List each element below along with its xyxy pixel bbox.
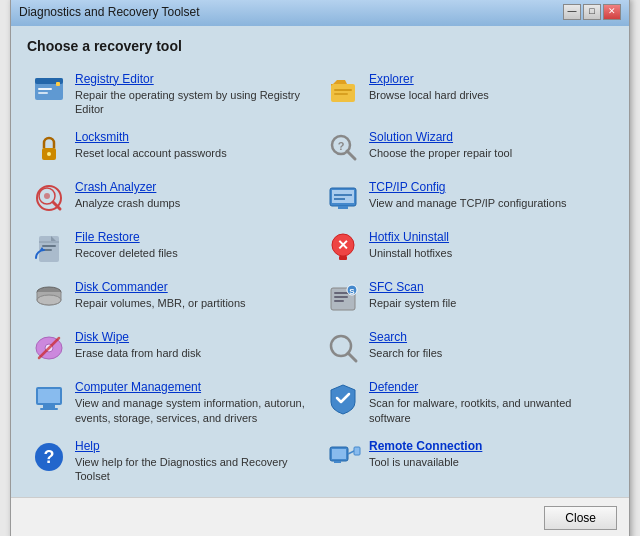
tool-name-computer-management[interactable]: Computer Management	[75, 380, 315, 394]
tool-desc-solution-wizard: Choose the proper repair tool	[369, 146, 512, 160]
tool-name-crash-analyzer[interactable]: Crash Analyzer	[75, 180, 180, 194]
window-close-button[interactable]: ✕	[603, 4, 621, 20]
svg-point-16	[44, 193, 50, 199]
maximize-button[interactable]: □	[583, 4, 601, 20]
tool-name-help[interactable]: Help	[75, 439, 315, 453]
tool-item-disk-commander[interactable]: Disk Commander Repair volumes, MBR, or p…	[27, 274, 319, 322]
svg-rect-48	[332, 449, 346, 459]
svg-rect-49	[334, 461, 341, 463]
main-window: Diagnostics and Recovery Toolset — □ ✕ C…	[10, 0, 630, 536]
tool-item-remote-connection[interactable]: Remote Connection Tool is unavailable	[321, 433, 613, 490]
tool-item-tcp-ip-config[interactable]: TCP/IP Config View and manage TCP/IP con…	[321, 174, 613, 222]
window-title: Diagnostics and Recovery Toolset	[19, 5, 200, 19]
tool-desc-registry-editor: Repair the operating system by using Reg…	[75, 88, 315, 117]
tool-desc-tcp-ip-config: View and manage TCP/IP configurations	[369, 196, 567, 210]
tool-item-locksmith[interactable]: Locksmith Reset local account passwords	[27, 124, 319, 172]
tool-desc-computer-management: View and manage system information, auto…	[75, 396, 315, 425]
crash-analyzer-icon	[31, 180, 67, 216]
svg-text:?: ?	[338, 140, 345, 152]
tool-item-solution-wizard[interactable]: ? Solution Wizard Choose the proper repa…	[321, 124, 613, 172]
tool-name-explorer[interactable]: Explorer	[369, 72, 489, 86]
svg-rect-42	[38, 389, 60, 403]
hotfix-uninstall-icon: ✕	[325, 230, 361, 266]
tool-desc-disk-wipe: Erase data from hard disk	[75, 346, 201, 360]
tool-desc-hotfix-uninstall: Uninstall hotfixes	[369, 246, 452, 260]
tool-name-registry-editor[interactable]: Registry Editor	[75, 72, 315, 86]
tool-desc-remote-connection: Tool is unavailable	[369, 455, 482, 469]
tool-item-sfc-scan[interactable]: S SFC Scan Repair system file	[321, 274, 613, 322]
tools-grid: Registry Editor Repair the operating sys…	[27, 66, 613, 490]
tool-desc-crash-analyzer: Analyze crash dumps	[75, 196, 180, 210]
svg-rect-19	[338, 206, 348, 209]
svg-rect-3	[38, 92, 48, 94]
svg-line-40	[348, 353, 356, 361]
page-title: Choose a recovery tool	[27, 38, 613, 54]
svg-rect-32	[334, 296, 348, 298]
svg-rect-43	[43, 405, 55, 408]
svg-rect-27	[339, 256, 347, 260]
title-bar: Diagnostics and Recovery Toolset — □ ✕	[11, 0, 629, 26]
file-restore-icon	[31, 230, 67, 266]
svg-line-11	[347, 151, 355, 159]
sfc-scan-icon: S	[325, 280, 361, 316]
tool-desc-locksmith: Reset local account passwords	[75, 146, 227, 160]
tool-name-remote-connection[interactable]: Remote Connection	[369, 439, 482, 453]
tool-name-tcp-ip-config[interactable]: TCP/IP Config	[369, 180, 567, 194]
tool-desc-defender: Scan for malware, rootkits, and unwanted…	[369, 396, 609, 425]
solution-wizard-icon: ?	[325, 130, 361, 166]
svg-text:S: S	[349, 287, 355, 296]
disk-wipe-icon	[31, 330, 67, 366]
tool-name-locksmith[interactable]: Locksmith	[75, 130, 227, 144]
tool-name-disk-commander[interactable]: Disk Commander	[75, 280, 246, 294]
tool-item-defender[interactable]: Defender Scan for malware, rootkits, and…	[321, 374, 613, 431]
svg-rect-4	[56, 82, 60, 86]
tool-name-disk-wipe[interactable]: Disk Wipe	[75, 330, 201, 344]
svg-point-29	[37, 295, 61, 305]
svg-rect-23	[42, 245, 56, 247]
tool-item-crash-analyzer[interactable]: Crash Analyzer Analyze crash dumps	[27, 174, 319, 222]
tool-name-sfc-scan[interactable]: SFC Scan	[369, 280, 456, 294]
help-icon: ?	[31, 439, 67, 475]
tool-item-explorer[interactable]: Explorer Browse local hard drives	[321, 66, 613, 123]
svg-rect-7	[334, 93, 348, 95]
svg-rect-18	[332, 190, 354, 203]
tool-name-search[interactable]: Search	[369, 330, 442, 344]
registry-editor-icon	[31, 72, 67, 108]
tool-name-defender[interactable]: Defender	[369, 380, 609, 394]
tool-name-file-restore[interactable]: File Restore	[75, 230, 178, 244]
content-area: Choose a recovery tool Registry Editor R…	[11, 26, 629, 498]
tool-item-disk-wipe[interactable]: Disk Wipe Erase data from hard disk	[27, 324, 319, 372]
tool-item-help[interactable]: ? Help View help for the Diagnostics and…	[27, 433, 319, 490]
svg-rect-2	[38, 88, 52, 90]
svg-rect-44	[40, 408, 58, 410]
tool-desc-explorer: Browse local hard drives	[369, 88, 489, 102]
close-button[interactable]: Close	[544, 506, 617, 530]
tool-item-search[interactable]: Search Search for files	[321, 324, 613, 372]
tool-desc-disk-commander: Repair volumes, MBR, or partitions	[75, 296, 246, 310]
tool-desc-sfc-scan: Repair system file	[369, 296, 456, 310]
svg-point-9	[47, 152, 51, 156]
svg-rect-51	[354, 447, 360, 455]
svg-text:✕: ✕	[337, 237, 349, 253]
tool-item-hotfix-uninstall[interactable]: ✕ Hotfix Uninstall Uninstall hotfixes	[321, 224, 613, 272]
explorer-icon	[325, 72, 361, 108]
svg-rect-33	[334, 300, 344, 302]
remote-connection-icon	[325, 439, 361, 475]
svg-text:?: ?	[44, 447, 55, 467]
tool-item-file-restore[interactable]: File Restore Recover deleted files	[27, 224, 319, 272]
tool-desc-help: View help for the Diagnostics and Recove…	[75, 455, 315, 484]
minimize-button[interactable]: —	[563, 4, 581, 20]
tool-item-computer-management[interactable]: Computer Management View and manage syst…	[27, 374, 319, 431]
computer-management-icon	[31, 380, 67, 416]
svg-rect-6	[334, 89, 352, 91]
search-tool-icon	[325, 330, 361, 366]
tool-name-hotfix-uninstall[interactable]: Hotfix Uninstall	[369, 230, 452, 244]
locksmith-icon	[31, 130, 67, 166]
disk-commander-icon	[31, 280, 67, 316]
tool-item-registry-editor[interactable]: Registry Editor Repair the operating sys…	[27, 66, 319, 123]
tool-desc-file-restore: Recover deleted files	[75, 246, 178, 260]
tool-name-solution-wizard[interactable]: Solution Wizard	[369, 130, 512, 144]
footer: Close	[11, 497, 629, 536]
window-controls: — □ ✕	[563, 4, 621, 20]
defender-icon	[325, 380, 361, 416]
